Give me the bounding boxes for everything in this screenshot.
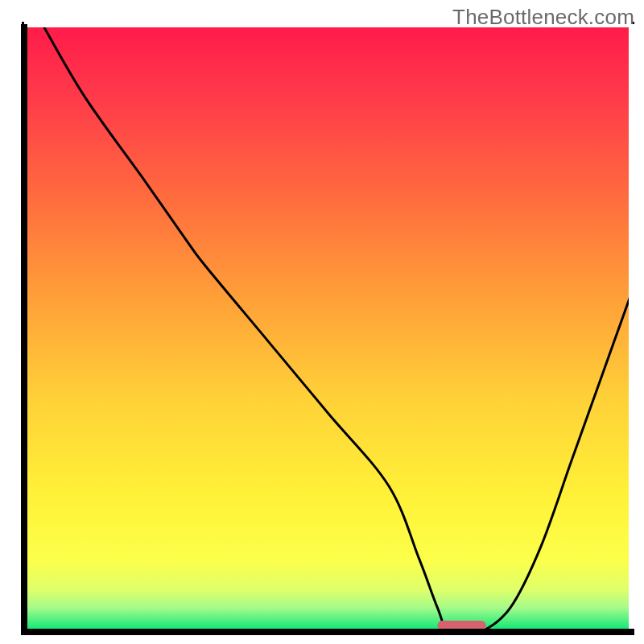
chart-container: TheBottleneck.com xyxy=(0,0,644,644)
gradient-background xyxy=(24,24,632,632)
bottleneck-chart xyxy=(0,0,644,644)
watermark-text: TheBottleneck.com xyxy=(452,5,634,30)
